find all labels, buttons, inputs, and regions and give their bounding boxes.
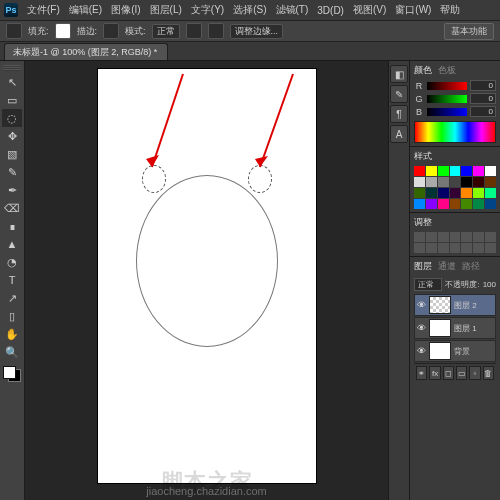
marquee-tool[interactable]: ▭ [2, 91, 22, 109]
layer-thumb[interactable] [429, 319, 451, 337]
visibility-icon[interactable]: 👁 [416, 346, 426, 356]
swatch-cell[interactable] [473, 177, 484, 187]
workspace-switcher[interactable]: 基本功能 [444, 23, 494, 40]
document-canvas[interactable] [98, 69, 316, 483]
swatch-cell[interactable] [450, 177, 461, 187]
menu-layer[interactable]: 图层(L) [150, 3, 182, 17]
pen-tool[interactable]: ↗ [2, 289, 22, 307]
swatch-cell[interactable] [450, 166, 461, 176]
swatch-cell[interactable] [414, 188, 425, 198]
mini-history-icon[interactable]: ◧ [390, 65, 408, 83]
swatch-cell[interactable] [414, 177, 425, 187]
swatch-cell[interactable] [450, 188, 461, 198]
menu-image[interactable]: 图像(I) [111, 3, 140, 17]
layer-thumb[interactable] [429, 342, 451, 360]
adjust-icon[interactable] [461, 232, 472, 242]
gradient-tool[interactable]: ▲ [2, 235, 22, 253]
swatch-cell[interactable] [426, 177, 437, 187]
dodge-tool[interactable]: ◔ [2, 253, 22, 271]
menu-select[interactable]: 选择(S) [233, 3, 266, 17]
adjust-icon[interactable] [414, 232, 425, 242]
stamp-tool[interactable]: ∎ [2, 217, 22, 235]
opt-icon-1[interactable] [186, 23, 202, 39]
swatch-cell[interactable] [485, 188, 496, 198]
swatch-cell[interactable] [426, 188, 437, 198]
adjust-icon[interactable] [426, 243, 437, 253]
adjust-icon[interactable] [450, 243, 461, 253]
adjust-icon[interactable] [438, 243, 449, 253]
adjust-icon[interactable] [485, 232, 496, 242]
r-slider[interactable] [427, 82, 467, 90]
stroke-swatch[interactable] [103, 23, 119, 39]
layers-tab[interactable]: 图层 [414, 260, 432, 273]
fill-swatch[interactable] [55, 23, 71, 39]
swatch-cell[interactable] [438, 188, 449, 198]
menu-edit[interactable]: 编辑(E) [69, 3, 102, 17]
menu-view[interactable]: 视图(V) [353, 3, 386, 17]
delete-layer-icon[interactable]: 🗑 [483, 366, 494, 380]
swatch-cell[interactable] [414, 199, 425, 209]
document-tab[interactable]: 未标题-1 @ 100% (图层 2, RGB/8) * [4, 43, 168, 60]
layer-fx-icon[interactable]: fx [429, 366, 440, 380]
link-layers-icon[interactable]: ⚭ [416, 366, 427, 380]
canvas-area[interactable]: 脚本之家 jiaocheng.chazidian.com [25, 61, 388, 500]
adjust-icon[interactable] [485, 243, 496, 253]
r-value[interactable]: 0 [470, 80, 496, 91]
layer-name[interactable]: 图层 1 [454, 323, 477, 334]
swatch-cell[interactable] [438, 199, 449, 209]
adjust-icon[interactable] [426, 232, 437, 242]
b-value[interactable]: 0 [470, 106, 496, 117]
hand-tool[interactable]: ✋ [2, 325, 22, 343]
mini-character-icon[interactable]: A [390, 125, 408, 143]
opt-icon-2[interactable] [208, 23, 224, 39]
swatch-cell[interactable] [426, 166, 437, 176]
move-tool[interactable]: ↖ [2, 73, 22, 91]
adjust-icon[interactable] [438, 232, 449, 242]
adjust-icon[interactable] [473, 232, 484, 242]
visibility-icon[interactable]: 👁 [416, 300, 426, 310]
g-slider[interactable] [427, 95, 467, 103]
styles-tab[interactable]: 样式 [414, 150, 432, 163]
blend-mode-select[interactable]: 正常 [414, 278, 442, 291]
g-value[interactable]: 0 [470, 93, 496, 104]
channels-tab[interactable]: 通道 [438, 260, 456, 273]
eraser-tool[interactable]: ⌫ [2, 199, 22, 217]
zoom-tool[interactable]: 🔍 [2, 343, 22, 361]
layer-name[interactable]: 图层 2 [454, 300, 477, 311]
swatch-cell[interactable] [438, 166, 449, 176]
swatch-cell[interactable] [473, 188, 484, 198]
b-slider[interactable] [427, 108, 467, 116]
menu-type[interactable]: 文字(Y) [191, 3, 224, 17]
swatch-cell[interactable] [461, 199, 472, 209]
menu-window[interactable]: 窗口(W) [395, 3, 431, 17]
layer-name[interactable]: 背景 [454, 346, 470, 357]
crop-tool[interactable]: ▧ [2, 145, 22, 163]
eyedropper-tool[interactable]: ✎ [2, 163, 22, 181]
lasso-tool[interactable]: ◌ [2, 109, 22, 127]
swatch-cell[interactable] [438, 177, 449, 187]
adjust-tab[interactable]: 调整 [414, 216, 432, 229]
mini-paragraph-icon[interactable]: ¶ [390, 105, 408, 123]
adjust-icon[interactable] [414, 243, 425, 253]
menu-help[interactable]: 帮助 [440, 3, 460, 17]
layer-row[interactable]: 👁图层 1 [414, 317, 496, 339]
layer-row[interactable]: 👁背景 [414, 340, 496, 362]
swatches-tab[interactable]: 色板 [438, 64, 456, 77]
tools-grip[interactable] [3, 65, 21, 71]
swatch-cell[interactable] [461, 166, 472, 176]
menu-filter[interactable]: 滤镜(T) [276, 3, 309, 17]
adjust-icon[interactable] [450, 232, 461, 242]
visibility-icon[interactable]: 👁 [416, 323, 426, 333]
adjust-icon[interactable] [473, 243, 484, 253]
swatch-cell[interactable] [485, 199, 496, 209]
swatch-cell[interactable] [485, 177, 496, 187]
fg-color[interactable] [3, 366, 16, 379]
swatch-cell[interactable] [461, 188, 472, 198]
mode-select[interactable]: 正常 [152, 24, 180, 39]
new-group-icon[interactable]: ▭ [456, 366, 467, 380]
swatch-cell[interactable] [473, 199, 484, 209]
menu-file[interactable]: 文件(F) [27, 3, 60, 17]
swatch-cell[interactable] [485, 166, 496, 176]
wand-tool[interactable]: ✥ [2, 127, 22, 145]
swatch-cell[interactable] [473, 166, 484, 176]
